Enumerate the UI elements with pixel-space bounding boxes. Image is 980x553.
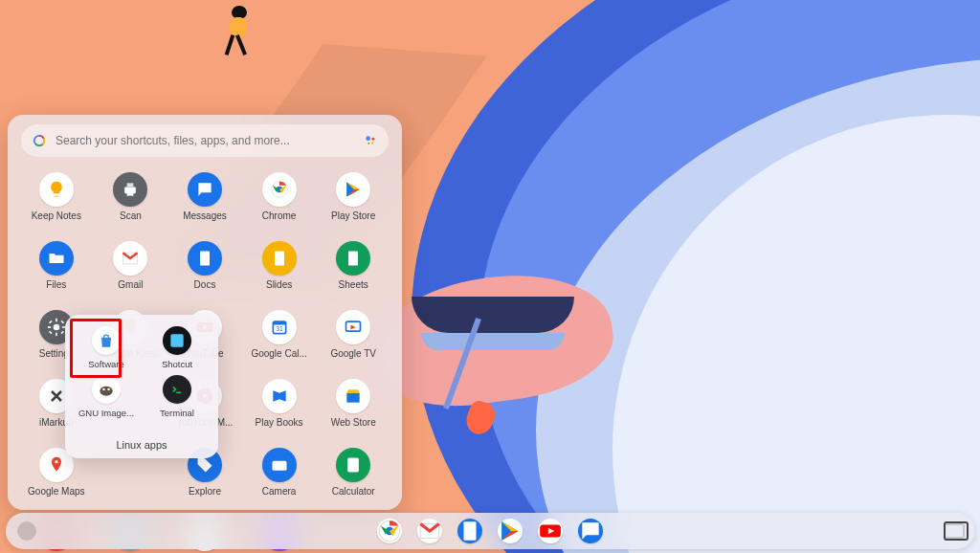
app-label: Gmail [118,279,143,290]
bag-icon [92,326,121,355]
app-play-books[interactable]: Play Books [244,375,315,440]
app-web-store[interactable]: Web Store [318,375,389,440]
shelf [6,513,974,549]
svg-point-49 [350,468,352,470]
app-google-tv[interactable]: Google TV [318,306,389,371]
svg-rect-18 [276,256,282,257]
app-label: Docs [194,279,216,290]
gimp-icon [92,375,121,404]
svg-point-3 [371,142,373,144]
chat-icon [188,172,222,207]
app-label: Play Books [256,417,303,428]
launcher-button[interactable] [17,521,36,541]
app-slides[interactable]: Slides [244,237,315,302]
svg-point-47 [352,465,354,467]
shelf-app-youtube[interactable] [538,519,563,543]
shelf-app-docs[interactable] [457,519,482,543]
svg-rect-67 [170,383,185,395]
app-launcher: Keep NotesScanMessagesChromePlay StoreFi… [8,115,402,510]
app-gnu-image[interactable]: GNU Image... [73,373,140,420]
app-label: Shotcut [162,359,192,369]
overview-icon[interactable] [944,523,965,539]
svg-point-40 [55,460,57,463]
app-label: Google Maps [28,486,84,497]
svg-rect-14 [202,256,209,257]
svg-rect-74 [466,526,475,528]
app-messages[interactable]: Messages [169,168,240,233]
shelf-pinned-apps [377,519,603,543]
svg-rect-17 [276,254,282,255]
shelf-app-chrome[interactable] [377,519,402,543]
app-google-cal[interactable]: 31Google Cal... [244,306,315,371]
app-scan[interactable]: Scan [96,168,167,233]
svg-rect-23 [350,259,354,260]
svg-text:31: 31 [276,325,283,332]
svg-rect-7 [127,192,134,196]
app-sheets[interactable]: Sheets [318,237,389,302]
app-label: Messages [183,210,227,221]
search-bar[interactable] [21,124,389,157]
app-label: Google TV [330,348,376,359]
app-calculator[interactable]: Calculator [318,444,389,509]
svg-rect-30 [60,331,64,335]
app-software[interactable]: Software [73,324,140,371]
shelf-app-gmail[interactable] [417,519,442,543]
camera-icon [262,448,297,482]
gmail-icon [113,241,147,276]
folder-title[interactable]: Linux apps [73,435,211,453]
app-files[interactable]: Files [21,237,92,302]
app-label: Explore [189,486,221,497]
app-camera[interactable]: Camera [244,444,315,509]
app-gmail[interactable]: Gmail [96,237,167,302]
svg-rect-73 [464,521,477,541]
svg-rect-35 [273,321,285,324]
cal-icon: 31 [262,310,297,344]
square-icon [163,326,191,355]
svg-point-66 [107,388,110,391]
book-icon [262,379,297,413]
chrome-icon [262,172,297,207]
folder-icon [39,241,74,276]
store-icon [336,379,370,413]
google-icon [33,134,46,147]
bulb-icon [39,172,74,207]
shelf-app-messages[interactable] [578,519,603,543]
svg-rect-29 [49,321,53,324]
svg-point-1 [366,136,370,141]
app-label: Web Store [331,417,376,428]
app-keep-notes[interactable]: Keep Notes [21,168,92,233]
app-label: Play Store [331,210,375,221]
svg-point-2 [371,138,374,141]
svg-point-41 [200,460,203,463]
doc-icon [262,241,297,276]
app-play-store[interactable]: Play Store [318,168,389,233]
svg-point-46 [350,465,352,467]
system-tray[interactable] [944,523,965,539]
app-docs[interactable]: Docs [169,237,240,302]
app-shotcut[interactable]: Shotcut [144,324,211,371]
app-terminal[interactable]: Terminal [144,373,211,420]
svg-rect-45 [349,459,357,462]
svg-rect-75 [466,529,475,531]
app-chrome[interactable]: Chrome [244,168,315,233]
app-label: Files [46,279,66,290]
assistant-icon[interactable] [364,134,377,147]
svg-rect-13 [202,254,209,255]
svg-rect-27 [48,326,51,328]
printer-icon [113,172,147,207]
folder-popover-linux-apps: SoftwareShotcutGNU Image...Terminal Linu… [65,315,218,458]
svg-rect-63 [170,334,183,346]
shelf-app-play[interactable] [498,519,523,543]
search-input[interactable] [56,134,354,147]
svg-rect-15 [202,259,206,260]
doc-icon [188,241,222,276]
app-label: Software [88,359,124,369]
svg-rect-25 [56,319,57,321]
svg-rect-19 [276,259,279,260]
play-icon [336,172,370,207]
calc-icon [336,448,370,482]
svg-point-24 [53,324,59,331]
svg-rect-26 [56,333,57,336]
svg-rect-16 [275,252,284,266]
svg-point-65 [102,388,105,391]
